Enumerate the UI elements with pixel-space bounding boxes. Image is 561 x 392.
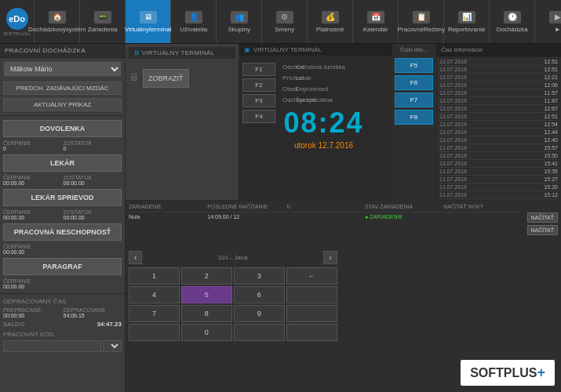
time-list-item: 12.07.201612:40 xyxy=(438,136,559,144)
nav-item-pracovne[interactable]: 📋 PracovnéRežimy xyxy=(399,0,444,43)
time-list-item: 12.07.201612:06 xyxy=(438,82,559,89)
divider-1 xyxy=(0,115,125,116)
fkeys-left-panel: F1 F2 F3 F4 xyxy=(239,60,279,126)
log-header: ZARIADENIE POSLEDNÉ NAČÍTANIE ↻ STAV ZAR… xyxy=(129,204,521,212)
vt-left-section: 🖥 VIRTUÁLNY TERMINÁL 🖥 ZOBRAZIŤ xyxy=(126,44,239,200)
nav-item-platnosne[interactable]: 💰 Platnosné xyxy=(308,0,353,43)
num-8[interactable]: 8 xyxy=(181,305,232,322)
aktual-btn[interactable]: AKTUÁLNY PRÍKAZ xyxy=(3,98,122,111)
time-list-item: 12.07.201611:87 xyxy=(438,97,559,105)
pracovna-row: ČERPANIE 00:00.00 xyxy=(0,242,125,256)
main-content: PRACOVNÍ DOCHÁDZKA Mäkow Mário PREDCH. Z… xyxy=(0,44,561,392)
num-3[interactable]: 3 xyxy=(234,267,285,285)
nav-prev-arrow[interactable]: ‹ xyxy=(129,251,142,264)
pracovny-select[interactable] xyxy=(103,340,122,352)
num-5[interactable]: 5 xyxy=(181,286,232,303)
vt-center-section: ▣ VIRTUÁLNY TERMINÁL F1 F2 F3 F4 08:24 u… xyxy=(239,44,392,200)
softplus-area: SOFTPLUS + xyxy=(341,248,562,392)
field-special: Špeciál xyxy=(296,96,345,103)
field-cvicebna: Cvičebná turistika xyxy=(296,64,345,71)
time-list-item: 12.07.201611:57 xyxy=(438,89,559,97)
f3-button[interactable]: F3 xyxy=(242,94,275,107)
num-9[interactable]: 9 xyxy=(234,305,285,322)
f6-button[interactable]: F6 xyxy=(395,75,433,90)
terminal-icon: ▣ xyxy=(244,46,250,53)
pracovny-input[interactable] xyxy=(3,340,101,352)
monitor-icon: 🖥 xyxy=(129,71,140,83)
more-icon: ▶ xyxy=(549,11,561,24)
numpad-label: 101 - Jana xyxy=(218,254,248,261)
nav-item-skupiny[interactable]: 👥 Skupiny xyxy=(217,0,262,43)
digital-clock: 08:24 xyxy=(283,107,363,140)
f8-button[interactable]: F8 xyxy=(395,110,433,125)
softplus-logo: SOFTPLUS + xyxy=(461,360,555,386)
num-7[interactable]: 7 xyxy=(129,305,180,322)
time-list-item: 12.07.201612:54 xyxy=(438,121,559,129)
employee-select[interactable]: Mäkow Mário xyxy=(3,61,122,77)
paragraf-btn[interactable]: PARAGRAF xyxy=(3,258,122,275)
nav-item-more[interactable]: ▶ ► xyxy=(535,0,561,43)
time-list-item: 11.07.201615:20 xyxy=(438,183,559,191)
num-1[interactable]: 1 xyxy=(129,267,180,285)
zostatok-label-2: ZOSTATOK xyxy=(64,175,122,180)
num-6[interactable]: 6 xyxy=(234,286,285,303)
time-list-item: 12.07.201612:21 xyxy=(438,74,559,82)
predch-btn[interactable]: PREDCH. ZADÁVAJÚCI MZDÁC xyxy=(3,82,122,95)
num-empty-4 xyxy=(234,324,285,341)
num-empty-2 xyxy=(286,305,337,322)
nacitat-btn-1[interactable]: NAČÍTAŤ xyxy=(527,212,558,223)
lekar-sprievod-btn[interactable]: LEKÁR SPRIEVOD xyxy=(3,189,122,206)
virtualny-icon: 🖥 xyxy=(140,11,157,24)
zostatok-label-1: ZOSTATOK xyxy=(64,140,122,146)
dochadzkovy-icon: 🏠 xyxy=(49,11,66,24)
nav-item-virtualny[interactable]: 🖥 Virtuálnyterminal xyxy=(126,0,171,43)
vt-left-title: 🖥 VIRTUÁLNY TERMINÁL xyxy=(129,47,235,59)
nav-item-dochadzkak[interactable]: 🕐 Dochádzka xyxy=(490,0,535,43)
nav-next-arrow[interactable]: › xyxy=(323,251,337,264)
saldo-label: SALDO xyxy=(3,321,24,328)
num-4[interactable]: 4 xyxy=(129,286,180,303)
nacitat-btn-2[interactable]: NAČÍTAŤ xyxy=(527,225,558,235)
nav-item-reportovanie[interactable]: 📊 Reportovanie xyxy=(444,0,490,43)
time-list-item: 11.07.201615:07 xyxy=(438,199,559,200)
zostatok-val-2: 00:00.00 xyxy=(64,180,122,186)
log-row: Nula 14:09.00 / 12 ● ZARIADENIE xyxy=(129,214,521,220)
odprac-label: ODPRACOVANÝ ČAS xyxy=(0,296,125,307)
time-list-item: 12.07.201615:50 xyxy=(438,152,559,160)
cerpanie-label-2: ČERPANIE xyxy=(3,175,62,180)
f1-button[interactable]: F1 xyxy=(242,63,275,76)
saldo-value: 34:47.23 xyxy=(97,321,122,328)
time-list-item: 11.07.201615:27 xyxy=(438,176,559,183)
num-backspace[interactable]: ← xyxy=(286,267,337,285)
time-list-item: 11.07.201615:12 xyxy=(438,191,559,199)
top-navigation: eDo SOFTPLUS+ 🏠 Dochádzkovýsystém 📟 Zari… xyxy=(0,0,561,44)
nav-item-dochadzkovy[interactable]: 🏠 Dochádzkovýsystém xyxy=(35,0,80,43)
pracovny-label: PRACOVNÝ KÓD xyxy=(0,329,125,339)
nav-item-zariadenia[interactable]: 📟 Zariadenia xyxy=(80,0,126,43)
left-panel-title: PRACOVNÍ DOCHÁDZKA xyxy=(0,44,125,58)
zobrazt-button[interactable]: ZOBRAZIŤ xyxy=(143,69,189,88)
nav-item-smeny[interactable]: ⚙ Smeny xyxy=(262,0,308,43)
f2-button[interactable]: F2 xyxy=(242,78,275,92)
pracovna-btn[interactable]: PRACOVNÁ NESCHOPNOSŤ xyxy=(3,223,122,241)
f7-button[interactable]: F7 xyxy=(395,93,433,107)
time-list-item: 12.07.201612:67 xyxy=(438,105,559,113)
f5-button[interactable]: F5 xyxy=(395,58,433,73)
reload-icon[interactable]: ↻ xyxy=(286,204,363,210)
dovolenka-btn[interactable]: DOVOLENKA xyxy=(3,120,122,137)
bottom-section: ‹ 101 - Jana › 1 2 3 ← 4 5 6 7 8 9 xyxy=(126,248,561,392)
num-0[interactable]: 0 xyxy=(181,324,232,341)
virtual-terminal-panel: 🖥 VIRTUÁLNY TERMINÁL 🖥 ZOBRAZIŤ ▣ VIRTUÁ… xyxy=(126,44,561,201)
f4-button[interactable]: F4 xyxy=(242,110,275,123)
time-list-item: 11.07.201615:35 xyxy=(438,168,559,176)
lekar-btn[interactable]: LEKÁR xyxy=(3,154,122,172)
dovolenka-row: ČERPANIE 0 ZOSTATOK 0 xyxy=(0,139,125,153)
nav-item-uzivatelia[interactable]: 👤 Užívatelia xyxy=(171,0,217,43)
vt-right-header: Číslo info... xyxy=(395,47,433,53)
platnosne-icon: 💰 xyxy=(322,11,339,24)
nav-item-kalendar[interactable]: 📅 Kalendár xyxy=(353,0,399,43)
time-info-panel: Čas informácie 12.07.201612:5112.07.2016… xyxy=(435,44,561,200)
num-2[interactable]: 2 xyxy=(181,267,232,285)
num-empty-1 xyxy=(286,286,337,303)
softplus-nav-label: SOFTPLUS+ xyxy=(3,31,31,36)
